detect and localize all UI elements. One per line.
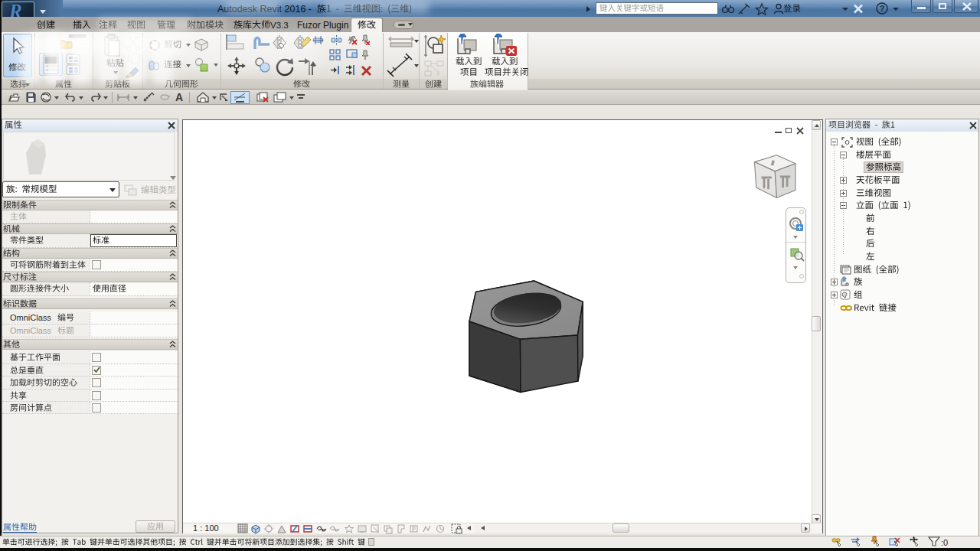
- svg-text:?: ?: [880, 4, 885, 13]
